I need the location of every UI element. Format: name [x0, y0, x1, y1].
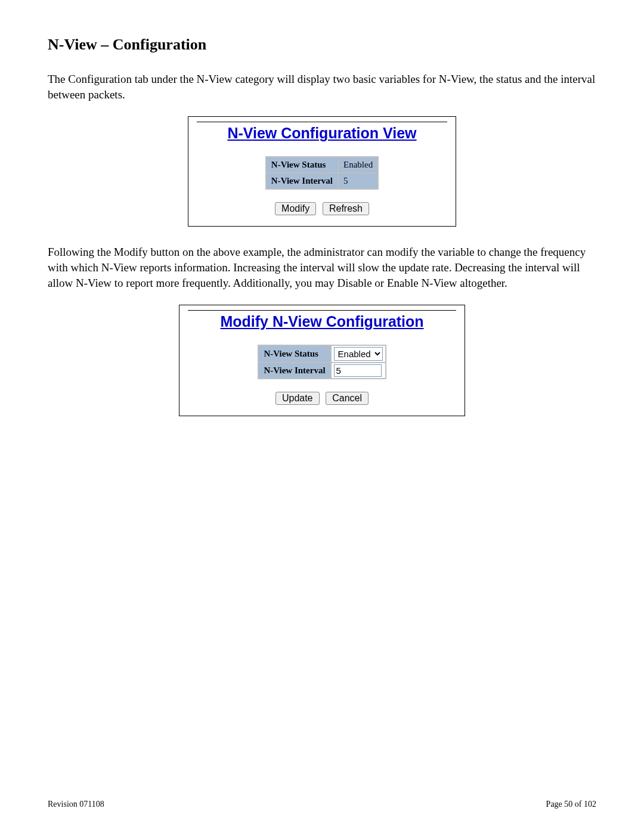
view-config-table: N-View Status Enabled N-View Interval 5: [265, 156, 379, 190]
view-panel-title: N-View Configuration View: [197, 122, 447, 143]
table-row: N-View Interval: [258, 363, 385, 379]
table-row: N-View Interval 5: [266, 173, 378, 189]
interval-label: N-View Interval: [266, 173, 338, 189]
status-value: Enabled: [338, 157, 378, 173]
revision-text: Revision 071108: [48, 800, 104, 809]
table-row: N-View Status Enabled: [266, 157, 378, 173]
interval-input-cell: [331, 363, 386, 379]
status-label: N-View Status: [266, 157, 338, 173]
mid-paragraph: Following the Modify button on the above…: [48, 244, 596, 290]
interval-label: N-View Interval: [258, 363, 330, 379]
cancel-button[interactable]: Cancel: [326, 392, 369, 405]
page-number: Page 50 of 102: [546, 800, 596, 809]
refresh-button[interactable]: Refresh: [323, 202, 369, 215]
intro-paragraph: The Configuration tab under the N-View c…: [48, 72, 596, 102]
view-panel: N-View Configuration View N-View Status …: [188, 116, 456, 227]
update-button[interactable]: Update: [275, 392, 320, 405]
status-label: N-View Status: [258, 345, 330, 363]
modify-panel-title: Modify N-View Configuration: [188, 310, 456, 332]
table-row: N-View Status Enabled: [258, 345, 385, 363]
status-select[interactable]: Enabled: [334, 347, 383, 361]
interval-input[interactable]: [334, 364, 382, 377]
page-footer: Revision 071108 Page 50 of 102: [48, 800, 596, 809]
section-title: N-View – Configuration: [48, 36, 596, 54]
interval-value: 5: [338, 173, 378, 189]
modify-panel: Modify N-View Configuration N-View Statu…: [179, 305, 465, 416]
modify-button[interactable]: Modify: [275, 202, 316, 215]
modify-config-table: N-View Status Enabled N-View Interval: [258, 345, 386, 379]
status-select-cell: Enabled: [331, 345, 386, 363]
